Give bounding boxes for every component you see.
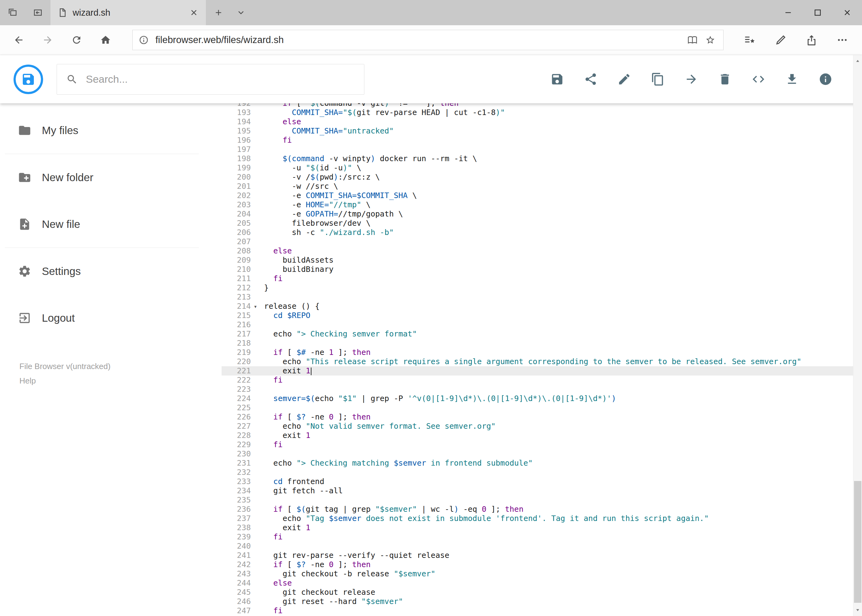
source-code-button[interactable] [752,72,765,86]
tab-close-icon[interactable] [189,8,199,17]
code-line-238[interactable]: 238 exit 1 [222,523,862,532]
code-line-201[interactable]: 201 -w //src \ [222,182,862,191]
tab-wizard-sh[interactable]: wizard.sh [50,0,206,25]
edit-button[interactable] [617,72,631,86]
delete-button[interactable] [718,72,732,86]
code-line-239[interactable]: 239 fi [222,532,862,542]
code-line-237[interactable]: 237 echo "Tag $semver does not exist in … [222,514,862,523]
code-line-196[interactable]: 196 fi [222,136,862,145]
favorite-star-icon[interactable] [705,35,715,45]
code-line-223[interactable]: 223 [222,385,862,394]
minimize-button[interactable] [773,0,803,25]
fold-marker-icon[interactable]: ▾ [251,302,260,311]
download-button[interactable] [785,72,799,86]
code-line-198[interactable]: 198 $(command -v winpty) docker run --rm… [222,154,862,163]
sidebar-item-settings[interactable]: Settings [0,248,222,295]
filebrowser-logo[interactable] [14,64,43,94]
code-line-244[interactable]: 244 else [222,578,862,588]
code-line-210[interactable]: 210 buildBinary [222,265,862,274]
sidebar-item-new-folder[interactable]: New folder [0,154,222,201]
sidebar-item-new-file[interactable]: New file [0,201,222,248]
scroll-up-button[interactable] [853,55,862,67]
share-file-button[interactable] [584,72,598,86]
code-line-221[interactable]: 221 exit 1 [222,366,862,376]
code-line-231[interactable]: 231 echo "> Checking matching $semver in… [222,459,862,468]
code-line-213[interactable]: 213 [222,292,862,302]
search-box[interactable] [57,64,364,95]
home-button[interactable] [91,25,120,55]
code-line-202[interactable]: 202 -e COMMIT_SHA=$COMMIT_SHA \ [222,191,862,200]
code-line-227[interactable]: 227 echo "Not valid semver format. See s… [222,422,862,431]
code-line-216[interactable]: 216 [222,320,862,329]
code-line-241[interactable]: 241 git rev-parse --verify --quiet relea… [222,551,862,560]
address-bar[interactable]: filebrowser.web/files/wizard.sh [132,30,723,50]
code-line-243[interactable]: 243 git checkout -b release "$semver" [222,569,862,578]
code-line-218[interactable]: 218 [222,339,862,348]
new-tab-button[interactable] [206,0,231,25]
refresh-button[interactable] [62,25,91,55]
code-line-193[interactable]: 193 COMMIT_SHA="$(git rev-parse HEAD | c… [222,108,862,117]
code-editor[interactable]: 192 if [ "$(command -v git)" != "" ]; th… [222,103,862,616]
url-text[interactable]: filebrowser.web/files/wizard.sh [155,35,687,46]
code-line-246[interactable]: 246 git reset --hard "$semver" [222,597,862,606]
info-button[interactable] [819,72,832,86]
code-line-224[interactable]: 224 semver=$(echo "$1" | grep -P '^v(0|[… [222,394,862,403]
code-line-230[interactable]: 230 [222,449,862,459]
tab-preview-toggle-button[interactable] [231,0,251,25]
code-line-242[interactable]: 242 if [ $? -ne 0 ]; then [222,560,862,569]
code-line-195[interactable]: 195 COMMIT_SHA="untracked" [222,126,862,136]
code-line-203[interactable]: 203 -e HOME="//tmp" \ [222,200,862,209]
code-line-225[interactable]: 225 [222,403,862,412]
code-line-233[interactable]: 233 cd frontend [222,477,862,486]
copy-button[interactable] [651,72,665,86]
code-line-205[interactable]: 205 filebrowser/dev \ [222,218,862,228]
code-line-194[interactable]: 194 else [222,117,862,126]
scrollbar-thumb[interactable] [854,481,861,603]
code-line-232[interactable]: 232 [222,468,862,477]
code-line-214[interactable]: 214▾release () { [222,302,862,311]
code-line-212[interactable]: 212} [222,283,862,292]
code-line-208[interactable]: 208 else [222,246,862,256]
tabs-set-aside-list-button[interactable] [25,0,50,25]
code-line-228[interactable]: 228 exit 1 [222,431,862,440]
scroll-down-button[interactable] [853,604,862,616]
code-line-235[interactable]: 235 [222,495,862,504]
sidebar-item-my-files[interactable]: My files [0,107,222,154]
web-note-button[interactable] [765,25,796,55]
code-line-222[interactable]: 222 fi [222,376,862,385]
code-line-204[interactable]: 204 -e GOPATH=//tmp/gopath \ [222,209,862,218]
code-line-219[interactable]: 219 if [ $# -ne 1 ]; then [222,348,862,357]
code-line-207[interactable]: 207 [222,237,862,246]
code-line-217[interactable]: 217 echo "> Checking semver format" [222,329,862,339]
maximize-button[interactable] [803,0,832,25]
code-line-240[interactable]: 240 [222,542,862,551]
close-window-button[interactable] [832,0,862,25]
vertical-scrollbar[interactable] [853,55,862,616]
code-line-209[interactable]: 209 buildAssets [222,256,862,265]
code-line-226[interactable]: 226 if [ $? -ne 0 ]; then [222,412,862,422]
code-line-192[interactable]: 192 if [ "$(command -v git)" != "" ]; th… [222,103,862,108]
more-options-button[interactable] [827,25,858,55]
code-line-199[interactable]: 199 -u "$(id -u)" \ [222,163,862,173]
code-line-206[interactable]: 206 sh -c "./wizard.sh -b" [222,228,862,237]
reading-view-icon[interactable] [687,35,697,45]
code-line-236[interactable]: 236 if [ $(git tag | grep "$semver" | wc… [222,504,862,514]
hub-button[interactable] [734,25,765,55]
code-line-220[interactable]: 220 echo "This release script requires a… [222,357,862,366]
search-input[interactable] [86,73,355,85]
save-button[interactable] [550,72,564,86]
code-line-200[interactable]: 200 -v /$(pwd):/src:z \ [222,173,862,182]
set-tabs-aside-button[interactable] [0,0,25,25]
move-button[interactable] [684,72,698,86]
code-line-234[interactable]: 234 git fetch --all [222,486,862,495]
back-button[interactable] [4,25,33,55]
site-info-icon[interactable] [139,35,149,45]
code-line-245[interactable]: 245 git checkout release [222,588,862,597]
code-line-247[interactable]: 247 fi [222,606,862,615]
sidebar-item-logout[interactable]: Logout [0,295,222,341]
code-line-197[interactable]: 197 [222,145,862,154]
code-line-229[interactable]: 229 fi [222,440,862,449]
code-line-215[interactable]: 215 cd $REPO [222,311,862,320]
code-line-211[interactable]: 211 fi [222,274,862,283]
share-button[interactable] [796,25,827,55]
